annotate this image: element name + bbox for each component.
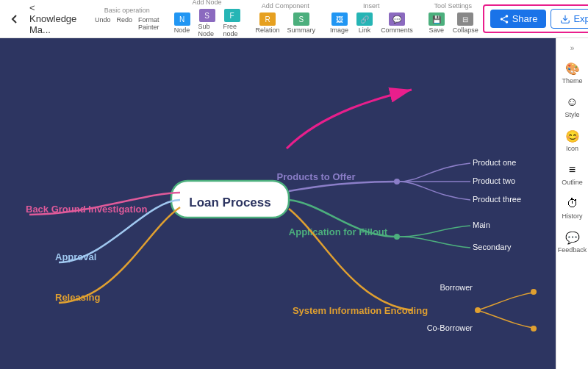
right-sidebar: » 🎨 Theme ☺ Style 😊 Icon ≡ Outline ⏱ His… bbox=[556, 38, 588, 369]
relation-button[interactable]: R Relation bbox=[253, 11, 283, 35]
system-label: System Information Encoding bbox=[293, 305, 428, 316]
outline-icon: ≡ bbox=[565, 162, 580, 177]
add-node-label: Add Node bbox=[193, 0, 222, 6]
add-node-group: Add Node N Node S Sub Node F Free node bbox=[169, 0, 245, 39]
insert-label: Insert bbox=[363, 2, 380, 10]
history-icon: ⏱ bbox=[565, 196, 580, 211]
central-node-label: Loan Process bbox=[189, 196, 271, 209]
share-export-area: Share Export bbox=[483, 4, 588, 33]
products-label: Products to Offer bbox=[277, 171, 356, 182]
page-title: < Knowledge Ma... bbox=[26, 2, 85, 35]
sidebar-item-feedback[interactable]: 💬 Feedback bbox=[558, 226, 587, 258]
basic-operation-label: Basic operation bbox=[93, 7, 162, 14]
product-one-label: Product one bbox=[473, 158, 516, 167]
bg-investigation-label: Back Ground Investigation bbox=[26, 204, 147, 215]
export-button[interactable]: Export bbox=[551, 9, 588, 29]
secondary-label: Secondary bbox=[473, 243, 512, 251]
borrower-label: Borrower bbox=[440, 283, 473, 292]
history-label: History bbox=[562, 212, 582, 220]
summary-button[interactable]: S Summary bbox=[284, 11, 319, 35]
product-two-label: Product two bbox=[473, 176, 515, 185]
mindmap-canvas[interactable]: Loan Process Back Ground Investigation A… bbox=[0, 38, 556, 369]
svg-point-9 bbox=[394, 234, 400, 240]
sidebar-item-icon[interactable]: 😊 Icon bbox=[558, 124, 587, 157]
share-button[interactable]: Share bbox=[490, 10, 547, 28]
sidebar-collapse-icon[interactable]: » bbox=[570, 44, 575, 52]
back-button[interactable] bbox=[3, 13, 26, 25]
image-button[interactable]: 🖼 Image bbox=[327, 11, 351, 35]
sidebar-item-style[interactable]: ☺ Style bbox=[558, 90, 587, 123]
main-label: Main bbox=[473, 221, 490, 229]
redo-button[interactable]: Redo bbox=[115, 15, 135, 32]
svg-point-1 bbox=[500, 18, 503, 21]
sidebar-item-history[interactable]: ⏱ History bbox=[558, 192, 587, 224]
svg-point-11 bbox=[531, 289, 537, 295]
application-label: Application for Fillout bbox=[289, 226, 388, 237]
style-label: Style bbox=[564, 111, 579, 118]
collapse-button[interactable]: ⊟ Collapse bbox=[450, 11, 481, 35]
format-painter-button[interactable]: Format Painter bbox=[136, 15, 162, 32]
sidebar-item-outline[interactable]: ≡ Outline bbox=[558, 158, 587, 190]
tool-settings-group: Tool Settings 💾 Save ⊟ Collapse bbox=[423, 2, 483, 35]
basic-operation-group: Basic operation Undo Redo Format Painter bbox=[91, 7, 163, 32]
approval-label: Approval bbox=[55, 251, 96, 262]
theme-icon: 🎨 bbox=[565, 61, 580, 76]
icon-icon: 😊 bbox=[565, 129, 580, 143]
svg-point-12 bbox=[531, 326, 537, 332]
releasing-label: Releasing bbox=[55, 292, 100, 303]
style-icon: ☺ bbox=[565, 95, 580, 110]
add-component-group: Add Component R Relation S Summary bbox=[251, 2, 320, 35]
svg-point-2 bbox=[505, 21, 508, 24]
sidebar-item-theme[interactable]: 🎨 Theme bbox=[558, 57, 587, 89]
link-button[interactable]: 🔗 Link bbox=[353, 11, 376, 35]
theme-label: Theme bbox=[562, 77, 582, 85]
product-three-label: Product three bbox=[473, 195, 521, 204]
toolbar: < Knowledge Ma... Basic operation Undo R… bbox=[0, 0, 588, 38]
comments-button[interactable]: 💬 Comments bbox=[378, 11, 416, 35]
svg-point-8 bbox=[394, 179, 400, 184]
icon-label: Icon bbox=[566, 145, 578, 152]
main-area: Loan Process Back Ground Investigation A… bbox=[0, 38, 588, 369]
tool-settings-label: Tool Settings bbox=[434, 2, 472, 10]
outline-label: Outline bbox=[562, 179, 583, 186]
co-borrower-label: Co-Borrower bbox=[427, 323, 473, 332]
feedback-icon: 💬 bbox=[565, 230, 580, 245]
svg-point-0 bbox=[505, 15, 508, 18]
node-button[interactable]: N Node bbox=[171, 11, 194, 35]
add-component-label: Add Component bbox=[262, 2, 309, 10]
svg-line-4 bbox=[503, 16, 506, 18]
save-button[interactable]: 💾 Save bbox=[425, 11, 448, 35]
free-node-button[interactable]: F Free node bbox=[220, 7, 244, 39]
insert-group: Insert 🖼 Image 🔗 Link 💬 Comments bbox=[326, 2, 417, 35]
sub-node-button[interactable]: S Sub Node bbox=[196, 7, 219, 39]
undo-button[interactable]: Undo bbox=[93, 15, 113, 32]
mindmap-svg: Loan Process Back Ground Investigation A… bbox=[0, 38, 556, 369]
svg-line-3 bbox=[503, 19, 506, 21]
feedback-label: Feedback bbox=[558, 246, 587, 254]
